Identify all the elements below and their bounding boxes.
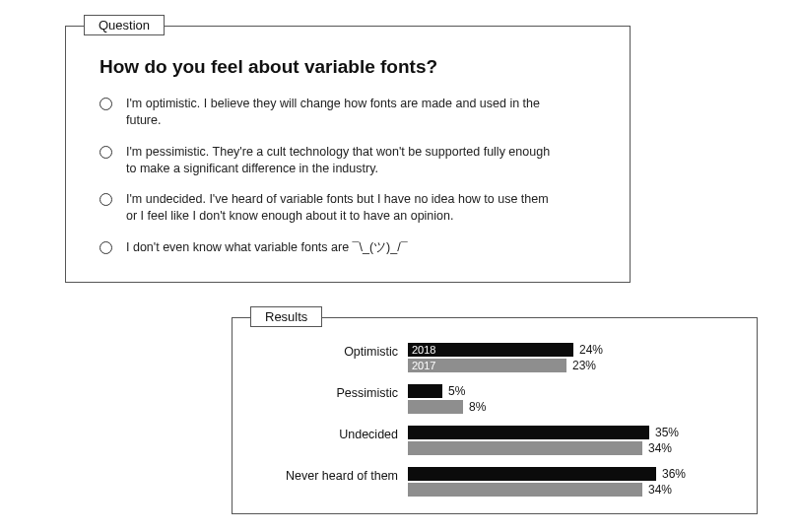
result-bars: 36% 34%: [408, 466, 735, 498]
option-row[interactable]: I don't even know what variable fonts ar…: [100, 239, 596, 256]
radio-icon[interactable]: [100, 241, 112, 254]
result-label: Undecided: [242, 425, 408, 441]
legend-2017: 2017: [412, 359, 435, 372]
bar-value: 8%: [469, 400, 486, 414]
bar-2017: [408, 483, 642, 497]
option-text: I don't even know what variable fonts ar…: [126, 239, 408, 256]
bar-value: 34%: [648, 441, 672, 455]
bar-value: 23%: [572, 359, 596, 372]
bar-value: 34%: [648, 483, 672, 497]
result-bars: 35% 34%: [408, 425, 735, 456]
option-text: I'm pessimistic. They're a cult technolo…: [126, 144, 560, 178]
result-bars: 5% 8%: [408, 383, 735, 415]
result-label: Pessimistic: [242, 383, 408, 400]
result-row-optimistic: Optimistic 2018 24% 2017 23%: [242, 342, 735, 373]
bar-2017: [408, 400, 463, 414]
result-row-pessimistic: Pessimistic 5% 8%: [242, 383, 735, 415]
option-text: I'm optimistic. I believe they will chan…: [126, 96, 560, 130]
legend-2018: 2018: [412, 343, 435, 357]
result-row-never-heard: Never heard of them 36% 34%: [242, 466, 735, 498]
result-bars: 2018 24% 2017 23%: [408, 342, 735, 373]
bar-value: 5%: [448, 384, 465, 398]
result-label: Optimistic: [242, 342, 408, 359]
question-tab-label: Question: [84, 15, 165, 35]
bar-2018: [408, 426, 649, 439]
result-row-undecided: Undecided 35% 34%: [242, 425, 735, 456]
option-row[interactable]: I'm optimistic. I believe they will chan…: [100, 96, 596, 130]
bar-2017: 2017: [408, 359, 566, 372]
bar-value: 24%: [579, 343, 603, 357]
question-title: How do you feel about variable fonts?: [100, 56, 596, 78]
bar-2018: [408, 467, 656, 481]
results-tab-label: Results: [250, 306, 322, 327]
results-panel: Results Optimistic 2018 24% 2017 23% Pes…: [232, 317, 758, 514]
option-text: I'm undecided. I've heard of variable fo…: [126, 191, 560, 226]
result-label: Never heard of them: [242, 466, 408, 483]
bar-2017: [408, 441, 642, 455]
bar-value: 36%: [662, 467, 686, 481]
radio-icon[interactable]: [100, 146, 112, 159]
bar-value: 35%: [655, 426, 679, 439]
radio-icon[interactable]: [100, 98, 112, 110]
bar-2018: 2018: [408, 343, 573, 357]
option-row[interactable]: I'm undecided. I've heard of variable fo…: [100, 191, 596, 226]
bar-2018: [408, 384, 442, 398]
radio-icon[interactable]: [100, 193, 112, 206]
question-panel: Question How do you feel about variable …: [65, 26, 631, 283]
option-row[interactable]: I'm pessimistic. They're a cult technolo…: [100, 144, 596, 178]
